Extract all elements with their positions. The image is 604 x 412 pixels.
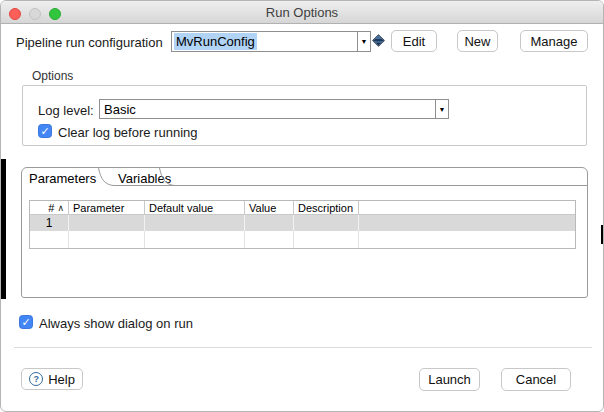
tabstrip-divider [113,185,588,186]
always-show-checkbox[interactable]: ✓ [19,315,33,329]
value-cell[interactable] [245,215,294,231]
value-cell[interactable] [245,231,294,248]
row-number-cell[interactable] [30,231,69,248]
edit-button[interactable]: Edit [391,30,437,52]
column-header-default-value[interactable]: Default value [145,201,245,214]
options-group-title: Options [32,69,73,83]
log-level-label: Log level: [38,103,94,118]
clear-log-label: Clear log before running [58,125,197,140]
default-value-cell[interactable] [145,215,245,231]
help-button-label: Help [48,372,75,387]
help-icon: ? [29,372,43,386]
column-header-filler [359,201,575,214]
tab-parameters[interactable]: Parameters [29,171,96,186]
help-button[interactable]: ? Help [21,368,83,390]
window-title: Run Options [1,5,603,20]
cancel-button[interactable]: Cancel [501,368,571,391]
manage-button[interactable]: Manage [520,30,588,52]
filler-cell [359,231,575,248]
description-cell[interactable] [294,231,359,248]
column-header-value[interactable]: Value [245,201,294,214]
titlebar[interactable]: Run Options [1,1,603,24]
chevron-down-icon[interactable]: ▼ [435,100,448,118]
row-number-cell[interactable]: 1 [30,215,69,231]
pipeline-run-config-combo[interactable]: MvRunConfig ▼ [171,31,371,52]
column-header-parameter[interactable]: Parameter [69,201,145,214]
background-artifact-left [1,159,6,299]
parameter-cell[interactable] [69,231,145,248]
column-header-description[interactable]: Description [294,201,359,214]
column-header-number[interactable]: # ∧ [30,201,69,214]
parameters-table: # ∧ Parameter Default value Value Descri… [29,200,576,249]
parameter-cell[interactable] [69,215,145,231]
table-row-selected[interactable]: 1 [30,215,575,231]
footer-divider [14,347,592,348]
always-show-label: Always show dialog on run [39,316,193,331]
run-options-dialog: Run Options Pipeline run configuration M… [0,0,604,412]
default-value-cell[interactable] [145,231,245,248]
clear-log-checkbox[interactable]: ✓ [38,124,52,138]
log-level-value: Basic [102,101,138,118]
chevron-down-icon[interactable]: ▼ [357,32,370,51]
filler-cell [359,215,575,231]
launch-button[interactable]: Launch [419,368,480,391]
pipeline-run-config-value: MvRunConfig [174,33,257,50]
description-cell[interactable] [294,215,359,231]
tab-curve [159,168,175,186]
tab-curve [98,168,114,186]
new-button[interactable]: New [457,30,498,52]
log-level-combo[interactable]: Basic ▼ [99,99,449,119]
pipeline-config-icon [372,34,385,47]
pipeline-run-config-label: Pipeline run configuration [16,35,163,50]
table-row[interactable] [30,231,575,248]
sort-asc-icon[interactable]: ∧ [57,203,64,213]
table-header-row: # ∧ Parameter Default value Value Descri… [30,201,575,215]
